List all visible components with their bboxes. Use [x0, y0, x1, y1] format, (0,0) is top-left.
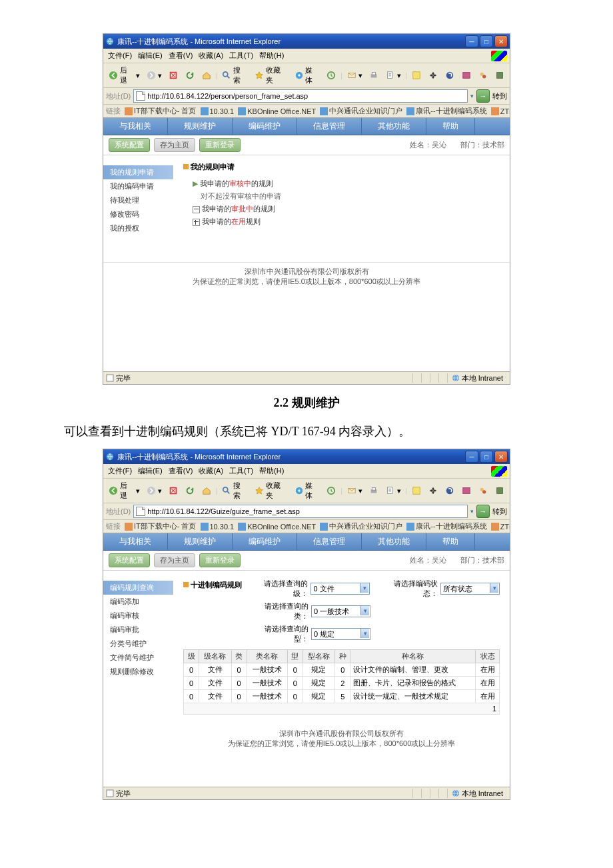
link-item[interactable]: IT部下载中心- 首页: [125, 106, 197, 116]
sysconfig-button[interactable]: 系统配置: [109, 138, 150, 152]
sidebar-item[interactable]: 编码审批: [103, 623, 173, 637]
tab-related[interactable]: 与我相关: [103, 533, 168, 550]
tab-codes[interactable]: 编码维护: [233, 118, 297, 135]
link-item[interactable]: 康讯--十进制编码系统: [406, 521, 486, 531]
tab-rules[interactable]: 规则维护: [168, 118, 233, 135]
sidebar-item[interactable]: 修改密码: [103, 207, 173, 221]
forward-button[interactable]: ▾: [144, 485, 164, 497]
home-button[interactable]: [199, 69, 214, 81]
media-button[interactable]: 媒体: [292, 65, 322, 86]
menu-view[interactable]: 查看(V): [167, 465, 195, 477]
link-item[interactable]: KBOnline Office.NET: [238, 523, 316, 531]
forward-button[interactable]: ▾: [144, 69, 164, 81]
tool-icon-2[interactable]: [426, 69, 440, 81]
history-button[interactable]: [324, 485, 338, 497]
query-level-select[interactable]: 0 文件: [310, 583, 370, 595]
homepage-button[interactable]: 存为主页: [154, 553, 195, 567]
mail-button[interactable]: ▾: [344, 69, 364, 81]
maximize-button[interactable]: □: [480, 451, 493, 463]
history-button[interactable]: [324, 69, 338, 81]
back-button[interactable]: 后退 ▾: [106, 480, 142, 501]
sidebar-item[interactable]: 规则删除修改: [103, 665, 173, 679]
relogin-button[interactable]: 重新登录: [199, 553, 241, 567]
back-button[interactable]: 后退 ▾: [106, 65, 142, 86]
tab-rules[interactable]: 规则维护: [168, 533, 233, 550]
close-button[interactable]: ✕: [494, 35, 508, 47]
menu-help[interactable]: 帮助(H): [257, 50, 286, 61]
mail-button[interactable]: ▾: [344, 485, 364, 497]
tab-codes[interactable]: 编码维护: [233, 533, 297, 550]
query-status-select[interactable]: 所有状态: [440, 583, 500, 595]
list-item[interactable]: 我申请的审批中的规则: [183, 203, 500, 215]
tool-icon-4[interactable]: [459, 485, 474, 497]
minimize-button[interactable]: ─: [465, 451, 478, 463]
menu-edit[interactable]: 编辑(E): [136, 50, 165, 61]
link-item[interactable]: KBOnline Office.NET: [238, 107, 316, 115]
menu-tools[interactable]: 工具(T): [227, 465, 255, 477]
sidebar-item[interactable]: 文件简号维护: [103, 651, 173, 665]
link-item[interactable]: 中兴通讯企业知识门户: [320, 106, 402, 116]
table-row[interactable]: 0文件0一般技术0规定2图册、卡片、记录和报告的格式在用: [184, 677, 500, 690]
sysconfig-button[interactable]: 系统配置: [109, 553, 150, 567]
address-input[interactable]: http://10.61.84.122/Guize/guize_frame_se…: [133, 505, 468, 518]
tab-info[interactable]: 信息管理: [297, 118, 362, 135]
tool-icon-5[interactable]: [476, 69, 490, 81]
sidebar-item[interactable]: 编码规则查询: [103, 581, 173, 595]
sidebar-item[interactable]: 待我处理: [103, 193, 173, 207]
sidebar-item[interactable]: 编码添加: [103, 595, 173, 609]
menu-tools[interactable]: 工具(T): [227, 50, 255, 61]
homepage-button[interactable]: 存为主页: [154, 138, 195, 152]
sidebar-item[interactable]: 我的规则申请: [103, 165, 173, 179]
home-button[interactable]: [199, 485, 214, 497]
menu-help[interactable]: 帮助(H): [257, 465, 286, 477]
tab-help[interactable]: 帮助: [426, 533, 475, 550]
refresh-button[interactable]: [183, 485, 197, 497]
favorites-button[interactable]: 收藏夹: [252, 65, 290, 86]
tool-icon-3[interactable]: [442, 69, 457, 81]
list-item[interactable]: ▶我申请的审核中的规则: [183, 177, 500, 190]
menu-view[interactable]: 查看(V): [167, 50, 195, 61]
menu-favorites[interactable]: 收藏(A): [197, 50, 225, 61]
sidebar-item[interactable]: 我的编码申请: [103, 179, 173, 193]
table-row[interactable]: 0文件0一般技术0规定0设计文件的编制、管理、更改在用: [184, 663, 500, 677]
link-item[interactable]: 康讯--十进制编码系统: [406, 106, 486, 116]
sidebar-item[interactable]: 我的授权: [103, 221, 173, 235]
tab-help[interactable]: 帮助: [426, 118, 475, 135]
sidebar-item[interactable]: 编码审核: [103, 609, 173, 623]
link-item[interactable]: 10.30.1: [201, 523, 235, 531]
tool-icon-3[interactable]: [442, 485, 457, 497]
tool-icon-1[interactable]: [409, 485, 424, 497]
minimize-button[interactable]: ─: [465, 35, 478, 47]
close-button[interactable]: ✕: [494, 451, 508, 463]
go-button[interactable]: →: [476, 89, 490, 103]
tool-icon-4[interactable]: [459, 69, 474, 81]
tab-other[interactable]: 其他功能: [362, 118, 426, 135]
tab-other[interactable]: 其他功能: [362, 533, 426, 550]
query-type-select[interactable]: 0 规定: [311, 628, 370, 640]
refresh-button[interactable]: [183, 69, 197, 81]
go-button[interactable]: →: [476, 505, 490, 518]
link-item[interactable]: ZTE: [491, 107, 510, 115]
tab-related[interactable]: 与我相关: [103, 118, 168, 135]
menu-file[interactable]: 文件(F): [106, 50, 134, 61]
link-item[interactable]: IT部下载中心- 首页: [125, 521, 197, 531]
stop-button[interactable]: [166, 69, 181, 81]
tool-icon-5[interactable]: [476, 485, 490, 497]
relogin-button[interactable]: 重新登录: [199, 138, 241, 152]
query-class-select[interactable]: 0 一般技术: [311, 605, 370, 617]
tool-icon-1[interactable]: [409, 69, 424, 81]
menu-edit[interactable]: 编辑(E): [136, 465, 165, 477]
search-button[interactable]: 搜索: [219, 480, 250, 501]
tab-info[interactable]: 信息管理: [297, 533, 362, 550]
address-input[interactable]: http://10.61.84.122/person/person_frame_…: [133, 89, 468, 103]
list-item[interactable]: 我申请的在用规则: [183, 215, 500, 228]
print-button[interactable]: [366, 69, 381, 81]
tool-icon-6[interactable]: [492, 485, 507, 497]
window-titlebar[interactable]: 康讯--十进制编码系统 - Microsoft Internet Explore…: [103, 449, 510, 464]
window-titlebar[interactable]: 康讯--十进制编码系统 - Microsoft Internet Explore…: [103, 34, 510, 49]
media-button[interactable]: 媒体: [292, 480, 322, 501]
tool-icon-2[interactable]: [426, 485, 440, 497]
link-item[interactable]: ZTE: [491, 523, 510, 531]
edit-button[interactable]: ▾: [383, 69, 403, 81]
link-item[interactable]: 10.30.1: [201, 107, 235, 115]
